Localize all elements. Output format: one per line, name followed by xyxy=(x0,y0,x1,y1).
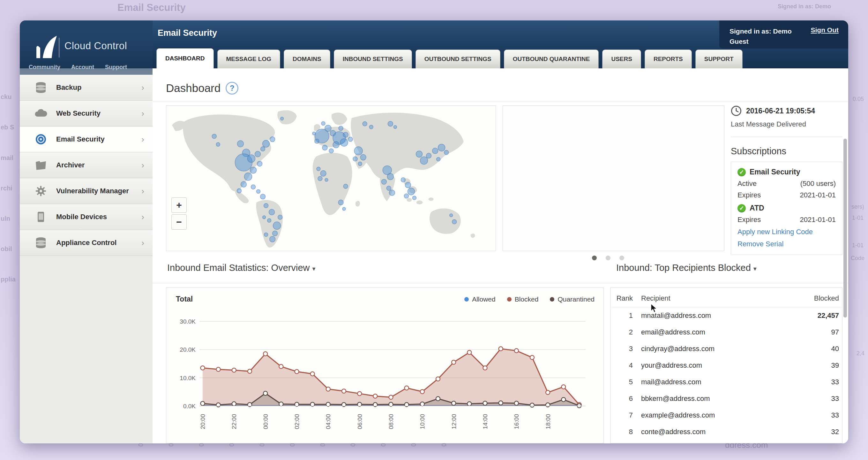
map-bubble[interactable] xyxy=(452,220,457,224)
data-point-blocked[interactable] xyxy=(561,384,565,389)
sidebar-item-web-security[interactable]: Web Security› xyxy=(20,100,153,126)
map-bubble[interactable] xyxy=(280,117,284,120)
map-bubble[interactable] xyxy=(237,189,241,193)
data-point-quarantined[interactable] xyxy=(467,402,471,406)
table-row[interactable]: 5mail@address.com33 xyxy=(611,374,842,391)
sidebar-item-appliance-control[interactable]: Appliance Control› xyxy=(20,230,153,256)
carousel-dot-2[interactable] xyxy=(606,256,611,260)
brand-link-account[interactable]: Account xyxy=(71,64,94,70)
tab-inbound-settings[interactable]: INBOUND SETTINGS xyxy=(334,50,412,68)
tab-users[interactable]: USERS xyxy=(602,50,641,68)
map-bubble[interactable] xyxy=(264,203,268,208)
map-bubble[interactable] xyxy=(426,153,431,158)
tab-dashboard[interactable]: DASHBOARD xyxy=(156,48,214,68)
table-row[interactable]: 7example@address.com33 xyxy=(611,407,842,424)
map-bubble[interactable] xyxy=(312,132,316,135)
map-bubble[interactable] xyxy=(244,173,252,180)
map-bubble[interactable] xyxy=(404,194,408,198)
map-bubble[interactable] xyxy=(401,178,405,182)
data-point-blocked[interactable] xyxy=(483,366,487,370)
map-bubble[interactable] xyxy=(353,156,358,161)
tab-message-log[interactable]: MESSAGE LOG xyxy=(217,50,280,68)
map-bubble[interactable] xyxy=(250,167,256,173)
map-bubble[interactable] xyxy=(270,236,275,242)
map-bubble[interactable] xyxy=(407,188,414,195)
data-point-blocked[interactable] xyxy=(279,365,283,369)
map-bubble[interactable] xyxy=(273,231,278,236)
map-bubble[interactable] xyxy=(212,134,216,139)
map-bubble[interactable] xyxy=(262,140,270,147)
map-bubble[interactable] xyxy=(269,209,275,215)
data-point-quarantined[interactable] xyxy=(561,397,565,402)
map-bubble[interactable] xyxy=(270,137,275,142)
table-row[interactable]: 3cindyray@address.com40 xyxy=(611,341,842,357)
map-bubble[interactable] xyxy=(320,171,326,176)
data-point-blocked[interactable] xyxy=(546,391,550,395)
map-bubble[interactable] xyxy=(216,142,220,146)
table-row[interactable]: 9abc-123@address.com32 xyxy=(611,440,842,443)
map-bubble[interactable] xyxy=(387,173,394,180)
map-bubble[interactable] xyxy=(255,151,261,157)
map-bubble[interactable] xyxy=(247,154,255,162)
map-bubble[interactable] xyxy=(322,145,328,150)
data-point-quarantined[interactable] xyxy=(436,397,440,401)
link-apply-new-linking-code[interactable]: Apply new Linking Code xyxy=(738,228,836,236)
data-point-blocked[interactable] xyxy=(248,369,252,373)
data-point-blocked[interactable] xyxy=(201,366,205,370)
map-bubble[interactable] xyxy=(354,147,363,155)
map-bubble[interactable] xyxy=(262,215,266,219)
table-row[interactable]: 1mnatali@address.com22,457 xyxy=(611,307,842,324)
table-row[interactable]: 8conte@address.com32 xyxy=(611,424,842,440)
map-bubble[interactable] xyxy=(318,176,322,181)
column-header-rank[interactable]: Rank xyxy=(611,288,636,307)
map-bubble[interactable] xyxy=(369,125,373,129)
map-bubble[interactable] xyxy=(389,190,395,196)
table-row[interactable]: 6bbkern@address.com33 xyxy=(611,391,842,407)
map-bubble[interactable] xyxy=(343,132,348,137)
data-point-blocked[interactable] xyxy=(358,392,362,396)
map-bubble[interactable] xyxy=(340,139,348,146)
data-point-blocked[interactable] xyxy=(436,377,440,381)
map-bubble[interactable] xyxy=(343,184,348,189)
data-point-blocked[interactable] xyxy=(467,350,471,354)
map-bubble[interactable] xyxy=(342,207,346,210)
map-bubble[interactable] xyxy=(329,148,334,153)
data-point-blocked[interactable] xyxy=(452,360,456,365)
map-bubble[interactable] xyxy=(241,181,246,187)
map-bubble[interactable] xyxy=(388,121,393,126)
map-bubble[interactable] xyxy=(268,219,271,222)
map-zoom-in-button[interactable]: + xyxy=(172,197,187,213)
sidebar-item-mobile-devices[interactable]: Mobile Devices› xyxy=(20,204,153,230)
tab-domains[interactable]: DOMAINS xyxy=(284,50,330,68)
sidebar-item-backup[interactable]: Backup› xyxy=(20,75,153,100)
map-bubble[interactable] xyxy=(381,179,386,184)
map-bubble[interactable] xyxy=(412,196,416,200)
data-point-blocked[interactable] xyxy=(342,389,346,393)
map-bubble[interactable] xyxy=(386,186,391,191)
map-bubble[interactable] xyxy=(444,150,449,154)
carousel-dot-1[interactable] xyxy=(592,256,597,260)
map-bubble[interactable] xyxy=(437,157,440,161)
map-bubble[interactable] xyxy=(363,121,367,126)
map-bubble[interactable] xyxy=(278,215,282,220)
map-bubble[interactable] xyxy=(348,137,352,142)
sidebar-item-email-security[interactable]: Email Security› xyxy=(20,126,153,152)
data-point-quarantined[interactable] xyxy=(263,391,268,396)
data-point-blocked[interactable] xyxy=(263,352,268,356)
data-point-quarantined[interactable] xyxy=(546,403,550,407)
tab-outbound-quarantine[interactable]: OUTBOUND QUARANTINE xyxy=(504,50,599,68)
map-bubble[interactable] xyxy=(420,156,428,164)
data-point-blocked[interactable] xyxy=(389,395,393,399)
tab-outbound-settings[interactable]: OUTBOUND SETTINGS xyxy=(415,50,500,68)
map-bubble[interactable] xyxy=(256,190,260,193)
map-bubble[interactable] xyxy=(260,194,266,199)
map-bubble[interactable] xyxy=(273,222,281,229)
data-point-quarantined[interactable] xyxy=(279,402,283,406)
map-bubble[interactable] xyxy=(257,161,262,167)
data-point-blocked[interactable] xyxy=(310,372,315,376)
data-point-blocked[interactable] xyxy=(515,348,519,353)
data-point-quarantined[interactable] xyxy=(530,403,534,407)
sidebar-item-archiver[interactable]: Archiver› xyxy=(20,152,153,178)
carousel-dot-3[interactable] xyxy=(619,256,624,260)
map-bubble[interactable] xyxy=(394,125,397,129)
